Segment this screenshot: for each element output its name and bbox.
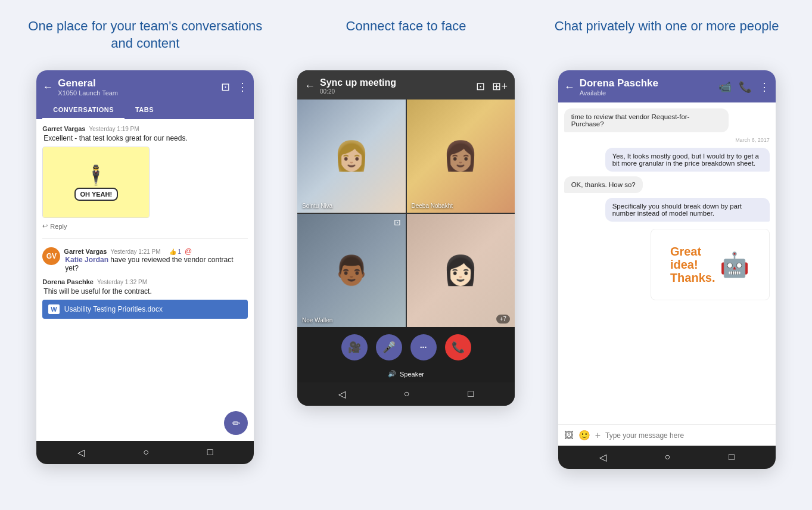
chat-timestamp: March 6, 2017 — [735, 137, 770, 143]
speaker-label: Speaker — [400, 371, 424, 378]
add-participants-icon[interactable]: ⊞+ — [492, 80, 508, 93]
participant-name-2: Deeba Nobakht — [412, 203, 453, 209]
msg1-time: Yesterday 1:19 PM — [89, 126, 139, 132]
video-cell-2: 👩🏽 Deeba Nobakht — [407, 99, 515, 213]
phone2-meeting-title: Sync up meeting — [320, 77, 471, 88]
phone3-header: ← Dorena Paschke Available 📹 📞 ⋮ — [558, 70, 776, 102]
phone2-timer: 00:20 — [320, 88, 471, 95]
msg3-text: This will be useful for the contract. — [43, 287, 248, 296]
nav3-back-icon[interactable]: ◁ — [599, 452, 606, 463]
msg3-time: Yesterday 1:32 PM — [97, 279, 147, 285]
nav3-recent-icon[interactable]: □ — [729, 452, 735, 463]
mention-name: Katie Jordan — [65, 256, 108, 264]
nav3-home-icon[interactable]: ○ — [664, 452, 670, 463]
nav-back-icon[interactable]: ◁ — [77, 447, 85, 458]
video-cell-1: 👩🏼 Sointu Niva — [297, 99, 406, 213]
phone1-nav-bar: ◁ ○ □ — [36, 441, 254, 464]
message-input[interactable] — [605, 431, 770, 440]
msg2-content: Garret Vargas Yesterday 1:21 PM 👍 1 @ Ka… — [64, 247, 248, 272]
screen-share-icon: ⊡ — [394, 217, 401, 227]
more-options-button[interactable]: ··· — [410, 334, 437, 360]
video-cell-4: 👩🏻 +7 — [407, 214, 515, 327]
extra-participants-badge: +7 — [496, 315, 510, 324]
chat-msg-3-them: OK, thanks. How so? — [564, 176, 643, 193]
column2-title: Connect face to face — [346, 18, 466, 60]
comic-figure: 🕴️ — [84, 164, 108, 186]
compose-fab-button[interactable]: ✏ — [224, 411, 248, 435]
msg1-sender: Garret Vargas — [42, 125, 85, 132]
like-badge: 👍 1 — [169, 248, 181, 255]
phone2-controls: 🎥 🎤 ··· 📞 — [297, 327, 515, 368]
end-call-button[interactable]: 📞 — [445, 334, 471, 360]
nav-recent-icon[interactable]: □ — [207, 447, 213, 458]
tab-tabs[interactable]: TABS — [125, 101, 164, 119]
participant-face-1: 👩🏼 — [297, 99, 406, 213]
phone2-header: ← Sync up meeting 00:20 ⊡ ⊞+ — [297, 70, 515, 99]
phone2-title-block: Sync up meeting 00:20 — [320, 77, 471, 95]
more-icon-3[interactable]: ⋮ — [759, 80, 770, 94]
chat-icon[interactable]: ⊡ — [221, 80, 230, 94]
more-icon[interactable]: ⋮ — [237, 80, 248, 94]
reply-button[interactable]: ↩ Reply — [42, 222, 248, 230]
msg1-image: 🕴️ OH YEAH! — [42, 147, 150, 218]
avatar-gv: GV — [42, 247, 60, 265]
phone3-nav-bar: ◁ ○ □ — [558, 446, 776, 469]
phone1: ← General X1050 Launch Team ⊡ ⋮ CONVERSA… — [36, 70, 254, 464]
phone1-header-icons: ⊡ ⋮ — [221, 80, 248, 94]
msg2-time: Yesterday 1:21 PM — [110, 248, 160, 255]
emoji-icon[interactable]: 🙂 — [578, 430, 590, 441]
doc-name: Usability Testing Priorities.docx — [64, 305, 163, 313]
nav2-home-icon[interactable]: ○ — [404, 388, 410, 400]
participant-name-3: Noe Wallen — [302, 317, 332, 324]
reply-icon: ↩ — [42, 222, 48, 230]
phone3-header-icons: 📹 📞 ⋮ — [718, 80, 770, 94]
phone1-back-icon[interactable]: ← — [42, 81, 53, 94]
phone1-title-main: General — [58, 77, 216, 89]
add-icon[interactable]: + — [595, 430, 601, 441]
mention-icon: @ — [185, 247, 192, 256]
phone1-tabs: CONVERSATIONS TABS — [42, 101, 248, 119]
phone1-body: Garret Vargas Yesterday 1:19 PM Excellen… — [36, 119, 254, 441]
column1-title: One place for your team's conversations … — [24, 18, 267, 60]
msg2-meta: Garret Vargas Yesterday 1:21 PM 👍 1 @ — [64, 247, 248, 256]
reply-label: Reply — [50, 223, 67, 230]
participant-face-4: 👩🏻 — [407, 214, 515, 327]
nav2-recent-icon[interactable]: □ — [468, 388, 474, 400]
chat-icon-2[interactable]: ⊡ — [476, 80, 485, 93]
page-container: One place for your team's conversations … — [0, 0, 812, 510]
phone1-header-top: ← General X1050 Launch Team ⊡ ⋮ — [42, 77, 248, 101]
sticker-robot-icon: 🤖 — [720, 251, 749, 279]
phone3-title-block: Dorena Paschke Available — [580, 77, 714, 97]
phone2-header-icons: ⊡ ⊞+ — [476, 80, 508, 93]
msg3-meta: Dorena Paschke Yesterday 1:32 PM — [42, 278, 248, 285]
divider1 — [42, 238, 248, 239]
phone2-back-icon[interactable]: ← — [304, 80, 315, 92]
voice-call-icon[interactable]: 📞 — [739, 80, 752, 94]
nav-home-icon[interactable]: ○ — [143, 447, 149, 458]
mic-toggle-button[interactable]: 🎤 — [376, 334, 402, 360]
video-grid: 👩🏼 Sointu Niva 👩🏽 Deeba Nobakht 👨🏾 Noe W… — [297, 99, 515, 327]
comic-img: 🕴️ OH YEAH! — [43, 147, 149, 217]
message-row-2: GV Garret Vargas Yesterday 1:21 PM 👍 1 @… — [42, 247, 248, 272]
column3-title: Chat privately with one or more people — [555, 18, 779, 60]
word-icon: W — [48, 304, 59, 314]
video-call-icon[interactable]: 📹 — [718, 80, 732, 94]
phone3-body: time to review that vendor Request-for-P… — [558, 102, 776, 424]
message-row-1: Garret Vargas Yesterday 1:19 PM Excellen… — [42, 125, 248, 230]
image-input-icon[interactable]: 🖼 — [564, 430, 574, 441]
tab-conversations[interactable]: CONVERSATIONS — [42, 101, 125, 119]
chat-msg-2-me: Yes, It looks mostly good, but I would t… — [605, 148, 770, 172]
camera-toggle-button[interactable]: 🎥 — [341, 334, 368, 360]
column-video: Connect face to face ← Sync up meeting 0… — [285, 18, 528, 406]
msg2-sender: Garret Vargas — [64, 248, 107, 255]
phone3-status: Available — [580, 89, 714, 97]
phone3-back-icon[interactable]: ← — [564, 81, 575, 94]
fab-container: ✏ — [42, 405, 248, 435]
phone2: ← Sync up meeting 00:20 ⊡ ⊞+ 👩🏼 Sointu N… — [297, 70, 515, 406]
phone2-nav-bar: ◁ ○ □ — [297, 382, 515, 406]
phone3-contact-name: Dorena Paschke — [580, 77, 714, 89]
column-conversations: One place for your team's conversations … — [24, 18, 267, 464]
msg1-text: Excellent - that test looks great for ou… — [43, 134, 248, 142]
nav2-back-icon[interactable]: ◁ — [338, 388, 346, 400]
sticker-text: Greatidea!Thanks. — [670, 245, 715, 284]
